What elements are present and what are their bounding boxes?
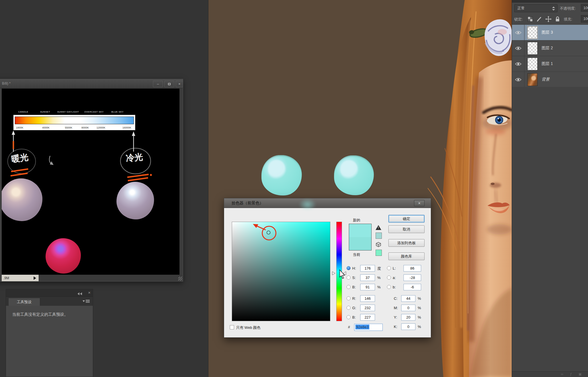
red-sphere-study	[46, 238, 81, 274]
status-left-section: .9M	[2, 275, 39, 281]
layer-row-2[interactable]: 图层 2	[512, 40, 588, 56]
empty-presets-message: 当前工具没有定义的工具预设。	[12, 312, 68, 317]
eye-icon[interactable]	[515, 62, 521, 66]
kelvin-tick: 12000K	[97, 126, 105, 129]
chart-label: SUNSET	[40, 111, 50, 113]
painted-ball-right	[334, 155, 374, 195]
background-layer-thumbnail[interactable]	[527, 73, 538, 86]
kelvin-tick: 4000K	[42, 126, 50, 129]
mouse-cursor-icon	[340, 270, 345, 278]
layer-thumbnail[interactable]	[527, 26, 538, 39]
visibility-cell[interactable]	[512, 25, 525, 40]
layers-empty-area	[512, 87, 588, 371]
painted-ball-left	[261, 155, 302, 195]
panel-top-strip	[512, 0, 588, 3]
layer-thumbnail[interactable]	[527, 42, 538, 55]
resize-grip-icon[interactable]	[178, 277, 182, 281]
color-picker-dialog: 拾色器（前景色） × 新的 当前 ! 确定 取消 添加到色板 颜色库 H: 17…	[224, 198, 431, 338]
reference-status-bar: .9M	[2, 275, 183, 281]
eye-icon[interactable]	[515, 78, 521, 82]
chart-label: CANDLE	[18, 111, 28, 113]
reference-window-title: B/8) *	[2, 81, 11, 85]
color-temperature-chart: CANDLE SUNSET SUNNY DAYLIGHT OVERCAST SK…	[14, 115, 135, 130]
blend-mode-value: 正常	[517, 6, 525, 10]
temperature-gradient-bar	[15, 117, 134, 124]
panel-tab-row: 工具预设	[6, 297, 93, 306]
warm-light-annotation: 暖光	[11, 151, 29, 165]
layer-row-background[interactable]: 背景	[512, 72, 588, 87]
layer-thumbnail[interactable]	[527, 58, 538, 70]
ball-highlight	[340, 160, 358, 179]
tool-presets-panel: × 工具预设 当前工具没有定义的工具预设。	[6, 289, 93, 377]
status-popup-arrow-icon[interactable]	[34, 276, 36, 280]
close-icon[interactable]: ×	[176, 81, 183, 87]
lock-label: 锁定:	[514, 17, 523, 22]
blend-mode-row: 正常 不透明度: 100	[512, 3, 588, 14]
tab-tool-presets[interactable]: 工具预设	[8, 298, 40, 306]
picker-annotations	[224, 198, 431, 338]
panel-header-bar: ×	[6, 289, 93, 297]
layer-row-3[interactable]: 图层 3	[512, 25, 588, 40]
opacity-value[interactable]: 100	[581, 4, 588, 12]
cool-sphere-study	[116, 182, 154, 219]
kelvin-tick: 1800K	[16, 126, 23, 129]
collapse-panel-icon[interactable]	[77, 291, 83, 295]
warm-sphere-study	[2, 178, 42, 221]
kelvin-tick: 8000K	[81, 126, 89, 129]
kelvin-tick: 16000K	[122, 126, 131, 129]
layers-bottom-icons[interactable]: ∞ ƒ ▣	[561, 372, 585, 376]
layer-name: 图层 2	[542, 46, 553, 51]
visibility-cell[interactable]	[512, 72, 525, 87]
lock-all-padlock-icon[interactable]	[554, 16, 561, 23]
maximize-button[interactable]	[164, 81, 174, 87]
opacity-label: 不透明度:	[560, 6, 576, 11]
close-panel-icon[interactable]: ×	[88, 290, 91, 295]
photoshop-workspace: B/8) * – × CANDLE SUNSET SUNNY DAYLIGHT …	[0, 0, 588, 377]
lock-row: 锁定: 填充: 100	[512, 15, 588, 25]
layers-panel: 正常 不透明度: 100 锁定:	[512, 0, 588, 377]
ball-highlight	[268, 160, 286, 179]
window-right-border	[179, 89, 183, 275]
cold-light-annotation: 冷光	[125, 151, 143, 164]
kelvin-tick: 5500K	[65, 126, 72, 129]
visibility-cell[interactable]	[512, 40, 525, 56]
lock-pixels-brush-icon[interactable]	[536, 16, 543, 23]
lock-position-move-icon[interactable]	[545, 16, 552, 23]
fill-label: 填充:	[564, 17, 572, 22]
layers-bottom-bar: ∞ ƒ ▣	[512, 371, 588, 377]
reference-window-titlebar[interactable]: B/8) * – ×	[0, 79, 183, 88]
tool-presets-body: 当前工具没有定义的工具预设。	[6, 306, 93, 377]
document-size-readout: .9M	[3, 276, 9, 280]
chart-label: SUNNY DAYLIGHT	[57, 111, 79, 113]
fill-value[interactable]: 100	[581, 15, 588, 23]
layer-name: 图层 3	[542, 30, 553, 35]
portrait-painting	[428, 0, 512, 377]
lock-transparency-icon[interactable]	[527, 16, 534, 23]
select-arrows-icon	[552, 7, 555, 11]
visibility-cell[interactable]	[512, 56, 525, 72]
chart-label: OVERCAST SKY	[84, 111, 104, 113]
chart-label: BLUE SKY	[111, 111, 124, 113]
reference-window: B/8) * – × CANDLE SUNSET SUNNY DAYLIGHT …	[0, 79, 183, 282]
panel-menu-icon[interactable]	[83, 299, 90, 303]
blend-mode-select[interactable]: 正常	[514, 4, 558, 12]
eye-icon[interactable]	[515, 30, 521, 35]
layer-row-1[interactable]: 图层 1	[512, 56, 588, 72]
eye-icon[interactable]	[515, 46, 521, 50]
reference-image[interactable]: CANDLE SUNSET SUNNY DAYLIGHT OVERCAST SK…	[2, 89, 180, 275]
layer-name: 背景	[542, 77, 550, 82]
layer-name: 图层 1	[542, 61, 553, 66]
minimize-button[interactable]: –	[153, 81, 163, 87]
